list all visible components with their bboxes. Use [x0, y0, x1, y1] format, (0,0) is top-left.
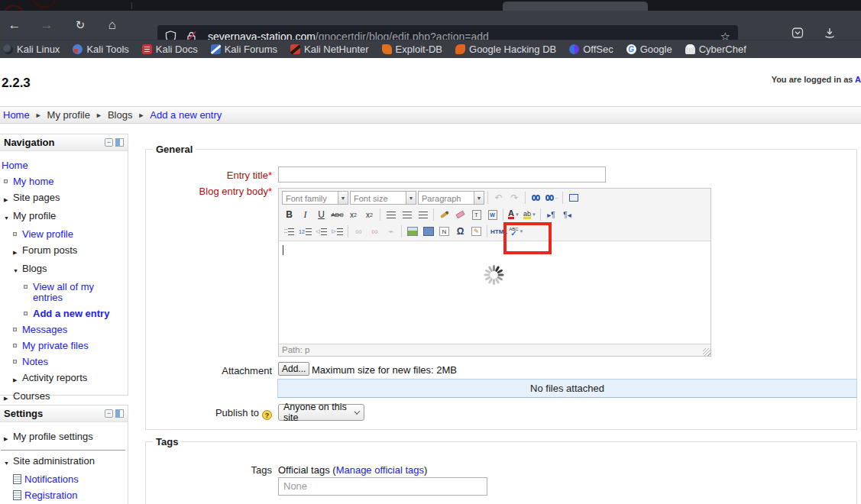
- insert-image-icon[interactable]: [405, 225, 419, 239]
- back-icon[interactable]: ←: [3, 11, 26, 40]
- numbered-list-icon[interactable]: 12: [298, 225, 312, 239]
- expanded-arrow-icon[interactable]: ▼: [13, 266, 18, 276]
- manage-official-tags-link[interactable]: Manage official tags: [336, 464, 424, 476]
- bookmark-kali-linux[interactable]: Kali Linux: [3, 44, 60, 55]
- bookmark-exploit-db[interactable]: Exploit-DB: [382, 44, 442, 55]
- font-family-select[interactable]: Font family▼: [282, 191, 348, 205]
- nav-link[interactable]: Home: [2, 160, 28, 171]
- bookmark-google-hacking-db[interactable]: Google Hacking DB: [455, 44, 556, 55]
- home-icon[interactable]: ⌂: [101, 11, 124, 40]
- collapse-block-icon[interactable]: −: [105, 138, 113, 147]
- nav-link[interactable]: Notes: [22, 357, 48, 367]
- paste-from-word-icon[interactable]: W: [485, 208, 500, 222]
- remove-format-icon[interactable]: [453, 208, 468, 222]
- settings-item-notifications[interactable]: Notifications: [0, 474, 126, 485]
- collapsed-arrow-icon[interactable]: ▶: [13, 375, 17, 386]
- nav-item-courses[interactable]: ▶Courses: [0, 391, 126, 404]
- underline-button[interactable]: U: [314, 208, 329, 222]
- align-center-icon[interactable]: [400, 208, 414, 222]
- outdent-icon[interactable]: ◁: [314, 225, 329, 239]
- nav-item-messages[interactable]: Messages: [0, 325, 126, 335]
- nav-link[interactable]: Messages: [22, 325, 67, 335]
- breadcrumb-current[interactable]: Add a new entry: [150, 109, 222, 121]
- nav-item-private-files[interactable]: My private files: [0, 341, 126, 351]
- nav-item-home[interactable]: Home: [0, 160, 126, 171]
- breadcrumb-home[interactable]: Home: [3, 109, 30, 121]
- bookmark-kali-nethunter[interactable]: Kali NetHunter: [290, 44, 369, 55]
- nav-link[interactable]: View all of my entries: [33, 282, 118, 303]
- collapsed-arrow-icon[interactable]: ▶: [4, 393, 8, 404]
- nav-item-add-new-entry[interactable]: Add a new entry: [0, 309, 126, 319]
- nav-item-notes[interactable]: Notes: [0, 357, 126, 367]
- add-attachment-button[interactable]: Add...: [278, 362, 309, 376]
- settings-item-registration[interactable]: Registration: [0, 490, 126, 501]
- rtl-icon[interactable]: ¶◂: [560, 208, 575, 222]
- font-size-select[interactable]: Font size▼: [350, 191, 416, 205]
- nav-item-my-home[interactable]: My home: [0, 176, 126, 187]
- download-icon[interactable]: [824, 27, 836, 39]
- fullscreen-icon[interactable]: [566, 191, 581, 205]
- nav-link[interactable]: My home: [13, 176, 53, 187]
- bold-button[interactable]: B: [282, 208, 296, 222]
- dock-block-icon[interactable]: [115, 409, 124, 418]
- subscript-button[interactable]: x2: [346, 208, 361, 222]
- anchor-icon[interactable]: ⌁: [384, 225, 398, 239]
- strikethrough-button[interactable]: ABC: [330, 208, 345, 222]
- nav-item-blogs[interactable]: ▼Blogs: [0, 263, 126, 276]
- find-replace-icon[interactable]: ↔: [545, 191, 559, 205]
- cleanup-icon[interactable]: [437, 208, 452, 222]
- italic-button[interactable]: I: [298, 208, 312, 222]
- bookmark-kali-forums[interactable]: Kali Forums: [211, 44, 277, 55]
- format-select[interactable]: Paragraph▼: [418, 191, 484, 205]
- active-tab[interactable]: [503, 2, 648, 11]
- entry-title-input[interactable]: [278, 166, 606, 183]
- align-right-icon[interactable]: [416, 208, 430, 222]
- insert-link-icon[interactable]: ∞: [351, 225, 366, 239]
- paste-as-text-icon[interactable]: T: [469, 208, 484, 222]
- undo-icon[interactable]: ↶: [491, 191, 506, 205]
- ltr-icon[interactable]: ▸¶: [544, 208, 558, 222]
- nav-item-site-pages[interactable]: ▶Site pages: [0, 192, 126, 205]
- reload-icon[interactable]: ↻: [69, 11, 92, 40]
- text-color-button[interactable]: A▼: [507, 208, 521, 222]
- help-icon[interactable]: ?: [262, 410, 272, 420]
- nav-item-activity-reports[interactable]: ▶Activity reports: [0, 373, 126, 386]
- nav-link[interactable]: View profile: [22, 229, 73, 240]
- nav-link[interactable]: My private files: [22, 341, 89, 351]
- official-tags-listbox[interactable]: None: [278, 477, 487, 496]
- logged-in-user-link[interactable]: A: [855, 75, 861, 84]
- settings-item-my-profile-settings[interactable]: ▶My profile settings: [0, 431, 126, 444]
- align-left-icon[interactable]: [384, 208, 398, 222]
- indent-icon[interactable]: ▷: [330, 225, 345, 239]
- bullet-list-icon[interactable]: ⁚⁚: [282, 225, 296, 239]
- nav-item-my-profile[interactable]: ▼My profile: [0, 211, 126, 224]
- forward-icon[interactable]: →: [35, 11, 58, 40]
- nav-item-forum-posts[interactable]: ▶Forum posts: [0, 245, 126, 258]
- bookmark-google[interactable]: GGoogle: [626, 44, 672, 55]
- nav-link-current[interactable]: Add a new entry: [33, 309, 109, 319]
- redo-icon[interactable]: ↷: [507, 191, 522, 205]
- bookmark-offsec[interactable]: OffSec: [569, 44, 613, 55]
- collapsed-arrow-icon[interactable]: ▶: [4, 434, 8, 444]
- settings-link[interactable]: Notifications: [24, 474, 79, 485]
- pocket-icon[interactable]: [791, 27, 804, 39]
- bookmark-kali-docs[interactable]: Kali Docs: [142, 44, 198, 55]
- resize-grip-icon[interactable]: [703, 348, 710, 356]
- nav-item-view-all-entries[interactable]: View all of my entries: [0, 282, 126, 303]
- insert-media-icon[interactable]: [421, 225, 435, 239]
- bookmark-cyberchef[interactable]: CyberChef: [685, 44, 746, 55]
- find-icon[interactable]: [529, 191, 543, 205]
- bookmark-kali-tools[interactable]: Kali Tools: [73, 44, 128, 55]
- publish-to-select[interactable]: Anyone on this site: [278, 404, 364, 421]
- editor-content-area[interactable]: [279, 241, 710, 344]
- expanded-arrow-icon[interactable]: ▼: [4, 458, 9, 469]
- superscript-button[interactable]: x2: [362, 208, 377, 222]
- highlight-color-button[interactable]: ab▼: [523, 208, 537, 222]
- unlink-icon[interactable]: ∞: [367, 225, 382, 239]
- collapsed-arrow-icon[interactable]: ▶: [13, 247, 17, 258]
- collapse-block-icon[interactable]: −: [105, 409, 113, 418]
- collapsed-arrow-icon[interactable]: ▶: [4, 195, 8, 205]
- expanded-arrow-icon[interactable]: ▼: [4, 213, 9, 224]
- nav-item-view-profile[interactable]: View profile: [0, 229, 126, 240]
- special-char-icon[interactable]: Ω: [453, 225, 468, 239]
